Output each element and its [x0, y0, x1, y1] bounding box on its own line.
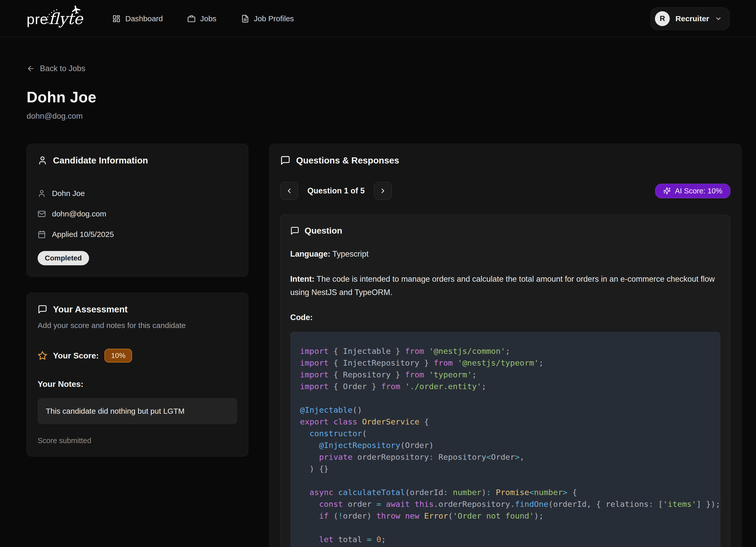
nav-item-dashboard[interactable]: Dashboard — [112, 14, 163, 23]
sparkles-icon — [663, 187, 671, 195]
ai-score-badge: AI Score: 10% — [655, 184, 730, 198]
logo-trail-decoration — [41, 8, 60, 25]
code-label: Code: — [290, 311, 720, 324]
pager-label: Question 1 of 5 — [307, 186, 365, 195]
nav-label: Jobs — [200, 14, 216, 23]
code-block[interactable]: import { Injectable } from '@nestjs/comm… — [290, 332, 720, 547]
intent-label: Intent: — [290, 275, 315, 283]
assessment-subtitle: Add your score and notes for this candid… — [38, 321, 237, 330]
candidate-name: Dohn Joe — [52, 189, 85, 198]
intent-value: The code is intended to manage orders an… — [290, 275, 715, 297]
language-value: Typescript — [330, 249, 369, 258]
next-question-button[interactable] — [374, 182, 392, 200]
nav-item-job-profiles[interactable]: Job Profiles — [241, 14, 294, 23]
intent-line: Intent: The code is intended to manage o… — [290, 272, 715, 299]
dashboard-icon — [112, 15, 121, 23]
chevron-left-icon — [285, 187, 293, 195]
status-badge: Completed — [38, 251, 89, 265]
previous-question-button[interactable] — [280, 182, 298, 200]
user-menu-button[interactable]: R Recruiter — [651, 7, 729, 30]
page-content: Back to Jobs Dohn Joe dohn@dog.com Candi… — [0, 37, 756, 547]
brand-logo[interactable]: pre flyte — [27, 10, 83, 28]
language-label: Language: — [290, 249, 330, 258]
briefcase-icon — [187, 15, 196, 23]
language-line: Language: Typescript — [290, 247, 720, 261]
calendar-icon — [38, 230, 46, 238]
message-square-icon — [38, 304, 47, 314]
question-title: Question — [305, 226, 342, 236]
score-label: Your Score: — [53, 351, 99, 360]
panel-title: Questions & Responses — [296, 155, 399, 166]
back-link-label: Back to Jobs — [40, 64, 85, 73]
candidate-email-subtitle: dohn@dog.com — [27, 112, 729, 121]
applied-date-row: Applied 10/5/2025 — [38, 230, 237, 239]
star-icon — [38, 351, 47, 360]
your-score-row: Your Score: 10% — [38, 349, 237, 363]
left-column: Candidate Information Dohn Joe dohn@dog.… — [27, 144, 248, 456]
candidate-information-card: Candidate Information Dohn Joe dohn@dog.… — [27, 144, 248, 277]
page-title: Dohn Joe — [27, 89, 729, 106]
chevron-down-icon — [715, 15, 722, 22]
chevron-right-icon — [379, 187, 387, 195]
user-icon — [38, 189, 46, 198]
questions-responses-panel: Questions & Responses Question 1 of 5 — [269, 144, 741, 547]
score-value-badge: 10% — [104, 349, 132, 363]
main-nav: Dashboard Jobs Job Profiles — [112, 14, 294, 23]
candidate-email: dohn@dog.com — [52, 210, 106, 218]
your-assessment-card: Your Assessment Add your score and notes… — [27, 293, 248, 456]
ai-score-label: AI Score: 10% — [675, 187, 722, 195]
candidate-email-row: dohn@dog.com — [38, 210, 237, 218]
card-title: Candidate Information — [53, 155, 148, 166]
file-text-icon — [241, 15, 249, 23]
question-pager: Question 1 of 5 AI Score: 10% — [280, 182, 730, 200]
card-title: Your Assessment — [53, 304, 128, 314]
nav-item-jobs[interactable]: Jobs — [187, 14, 216, 23]
candidate-name-row: Dohn Joe — [38, 189, 237, 198]
arrow-left-icon — [27, 64, 35, 73]
notes-label: Your Notes: — [38, 379, 237, 389]
nav-label: Job Profiles — [254, 14, 294, 23]
avatar: R — [655, 11, 670, 26]
mail-icon — [38, 210, 46, 218]
notes-input[interactable]: This candidate did nothing but put LGTM — [38, 398, 237, 424]
message-square-icon — [290, 226, 299, 235]
score-submitted-status: Score submitted — [38, 436, 237, 445]
nav-label: Dashboard — [125, 14, 163, 23]
message-square-icon — [280, 155, 290, 166]
airplane-icon — [70, 4, 82, 15]
user-icon — [38, 156, 47, 165]
back-to-jobs-link[interactable]: Back to Jobs — [27, 64, 85, 73]
user-role-label: Recruiter — [675, 14, 709, 23]
applied-date: Applied 10/5/2025 — [52, 230, 114, 239]
question-card: Question Language: Typescript Intent: Th… — [280, 215, 730, 547]
topbar: pre flyte Dashboard Jobs Job Profiles R … — [0, 0, 756, 37]
